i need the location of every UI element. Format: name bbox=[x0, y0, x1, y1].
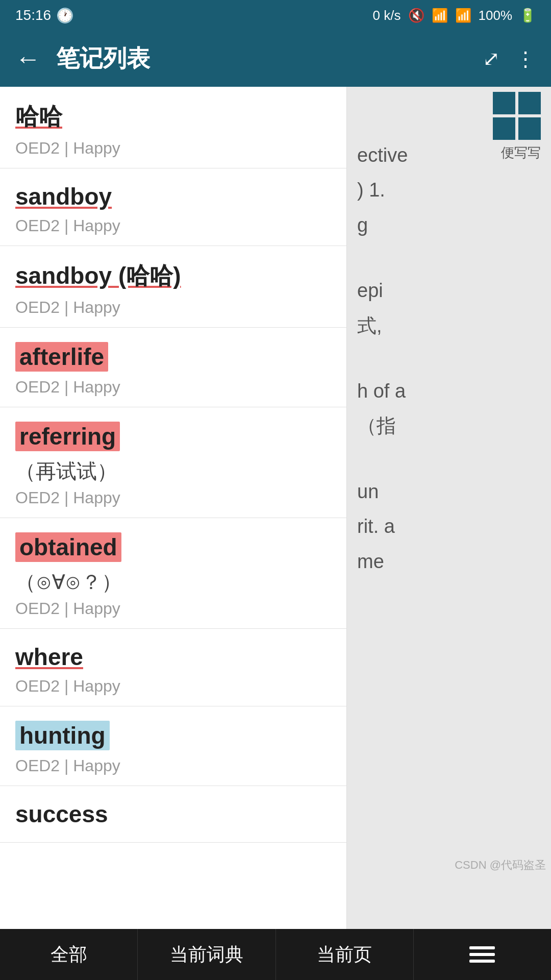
mute-icon: 🔇 bbox=[408, 8, 424, 23]
battery-percent: 100% bbox=[479, 8, 513, 23]
word-note: （再试试） bbox=[15, 457, 331, 485]
menu-icon bbox=[469, 946, 495, 963]
list-item[interactable]: afterlife OED2 | Happy bbox=[0, 328, 346, 407]
background-content: ective ) 1. g epi 式, h of a （指 un rit. a… bbox=[357, 138, 541, 579]
grid-cell bbox=[493, 117, 515, 140]
list-item[interactable]: where OED2 | Happy bbox=[0, 629, 346, 706]
word-label: obtained bbox=[15, 532, 331, 566]
word-label: referring bbox=[15, 422, 331, 455]
status-bar: 15:16 🕐 0 k/s 🔇 📶 📶 100% 🔋 bbox=[0, 0, 551, 31]
word-note: （⊙∀⊙？） bbox=[15, 568, 331, 596]
word-meta: OED2 | Happy bbox=[15, 677, 331, 696]
tab-all[interactable]: 全部 bbox=[0, 929, 138, 980]
grid-cell bbox=[493, 92, 515, 114]
main-layout: 哈哈 OED2 | Happy sandboy OED2 | Happy san… bbox=[0, 87, 551, 929]
expand-icon[interactable]: ⤢ bbox=[483, 47, 500, 70]
list-item[interactable]: referring （再试试） OED2 | Happy bbox=[0, 407, 346, 518]
word-label: where bbox=[15, 643, 331, 675]
word-meta: OED2 | Happy bbox=[15, 756, 331, 775]
list-item[interactable]: success bbox=[0, 786, 346, 843]
network-speed: 0 k/s bbox=[373, 8, 401, 23]
word-label: hunting bbox=[15, 721, 331, 754]
status-time: 15:16 bbox=[15, 7, 51, 23]
wifi-icon: 📶 bbox=[432, 8, 448, 23]
word-label: afterlife bbox=[15, 342, 331, 376]
list-item[interactable]: 哈哈 OED2 | Happy bbox=[0, 87, 346, 168]
list-item[interactable]: sandboy OED2 | Happy bbox=[0, 168, 346, 246]
word-meta: OED2 | Happy bbox=[15, 216, 331, 235]
quick-write-label: 便写写 bbox=[501, 144, 541, 162]
status-left: 15:16 🕐 bbox=[15, 7, 74, 24]
signal-icon: 📶 bbox=[455, 8, 471, 23]
grid-panel: 便写写 bbox=[493, 92, 541, 162]
list-item[interactable]: sandboy (哈哈) OED2 | Happy bbox=[0, 246, 346, 328]
list-item[interactable]: obtained （⊙∀⊙？） OED2 | Happy bbox=[0, 518, 346, 629]
tab-bar: 全部 当前词典 当前页 bbox=[0, 929, 551, 980]
battery-icon: 🔋 bbox=[519, 8, 536, 23]
word-meta: OED2 | Happy bbox=[15, 378, 331, 397]
tab-menu[interactable] bbox=[414, 929, 551, 980]
header: ← 笔记列表 ⤢ ⋮ bbox=[0, 31, 551, 87]
notes-list[interactable]: 哈哈 OED2 | Happy sandboy OED2 | Happy san… bbox=[0, 87, 347, 929]
header-icons: ⤢ ⋮ bbox=[483, 47, 536, 70]
list-item[interactable]: hunting OED2 | Happy bbox=[0, 706, 346, 786]
more-options-icon[interactable]: ⋮ bbox=[515, 47, 536, 70]
grid-cell bbox=[518, 117, 541, 140]
watermark: CSDN @代码盗圣 bbox=[455, 857, 546, 873]
tab-current-page[interactable]: 当前页 bbox=[276, 929, 414, 980]
word-meta: OED2 | Happy bbox=[15, 139, 331, 158]
word-meta: OED2 | Happy bbox=[15, 488, 331, 507]
status-right: 0 k/s 🔇 📶 📶 100% 🔋 bbox=[373, 8, 536, 23]
word-label: success bbox=[15, 800, 331, 832]
word-label: sandboy bbox=[15, 183, 331, 214]
right-panel: 便写写 ective ) 1. g epi 式, h of a （指 un ri… bbox=[347, 87, 551, 929]
grid-cell bbox=[518, 92, 541, 114]
word-label: sandboy (哈哈) bbox=[15, 260, 331, 296]
word-meta: OED2 | Happy bbox=[15, 599, 331, 618]
back-button[interactable]: ← bbox=[15, 44, 41, 74]
tab-current-dict[interactable]: 当前词典 bbox=[138, 929, 276, 980]
page-title: 笔记列表 bbox=[56, 43, 483, 75]
word-meta: OED2 | Happy bbox=[15, 298, 331, 317]
clock-icon: 🕐 bbox=[56, 7, 74, 24]
word-label: 哈哈 bbox=[15, 101, 331, 137]
